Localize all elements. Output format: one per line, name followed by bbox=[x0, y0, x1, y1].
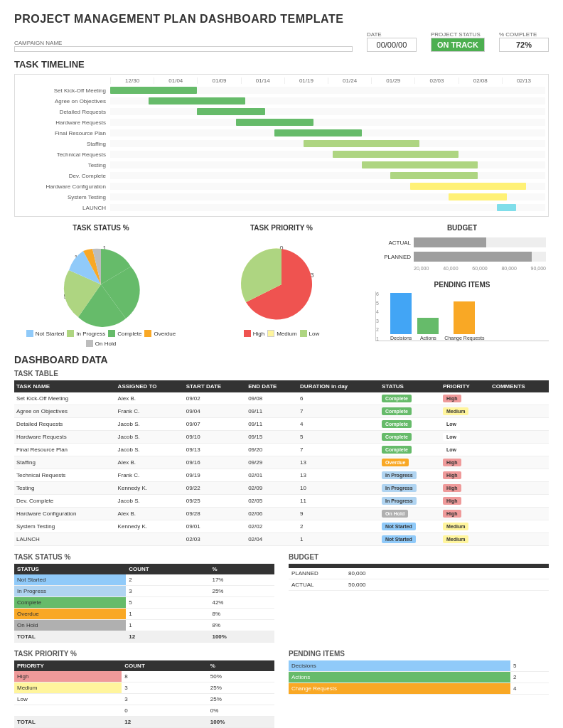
th-status-h: STATUS bbox=[14, 564, 126, 574]
gantt-row: Hardware Requests bbox=[18, 117, 545, 127]
table-row: Hardware ConfigurationAlex B.09/2802/069… bbox=[14, 508, 549, 520]
table-cell: 5 bbox=[298, 431, 380, 444]
gantt-task-label: Staffing bbox=[18, 141, 110, 147]
gantt-task-label: Final Resource Plan bbox=[18, 130, 110, 136]
change-requests-bar bbox=[454, 301, 475, 334]
status-badge: Complete bbox=[382, 433, 412, 441]
th-end-date: END DATE bbox=[246, 380, 298, 392]
priority-badge: High bbox=[443, 510, 461, 518]
gantt-row: Technical Requests bbox=[18, 149, 545, 159]
table-cell: Kennedy K. bbox=[116, 520, 184, 533]
budget-row-value: 80,000 bbox=[345, 568, 549, 579]
gantt-track bbox=[110, 193, 545, 200]
pending-value: 2 bbox=[510, 672, 549, 683]
table-cell: 09/20 bbox=[246, 444, 298, 456]
table-cell: 02/02 bbox=[246, 520, 298, 533]
list-item: ACTUAL50,000 bbox=[289, 579, 549, 591]
gantt-bar bbox=[410, 183, 526, 190]
table-row: StaffingAlex B.09/1609/2913OverdueHigh bbox=[14, 456, 549, 469]
task-status-summary-col: TASK STATUS % STATUS COUNT % Not Started… bbox=[14, 553, 274, 643]
campaign-label: CAMPAIGN NAME bbox=[14, 40, 353, 46]
list-item: Medium325% bbox=[14, 682, 274, 694]
table-cell: Jacob S. bbox=[116, 418, 184, 431]
priority-pct: 25% bbox=[208, 682, 274, 694]
list-item: PLANNED80,000 bbox=[289, 568, 549, 579]
task-status-header: STATUS COUNT % bbox=[14, 564, 274, 574]
gantt-row: Staffing bbox=[18, 139, 545, 149]
table-row: Technical RequestsFrank C.09/1902/0113In… bbox=[14, 469, 549, 482]
th-task-name: TASK NAME bbox=[14, 380, 116, 392]
gantt-track bbox=[110, 151, 545, 158]
budget-row-value: 50,000 bbox=[345, 579, 549, 591]
table-cell bbox=[490, 495, 549, 508]
budget-summary-col: BUDGET PLANNED80,000ACTUAL50,000 bbox=[289, 553, 549, 643]
pending-label: Actions bbox=[289, 672, 510, 683]
table-cell: 02/05 bbox=[246, 495, 298, 508]
decisions-label: Decisions bbox=[390, 336, 412, 341]
gantt-bar bbox=[449, 193, 507, 200]
gantt-header-cell: 02/13 bbox=[502, 77, 545, 84]
bottom-row: TASK STATUS % STATUS COUNT % Not Started… bbox=[14, 553, 549, 643]
gantt-header-cell: 02/08 bbox=[459, 77, 502, 84]
gantt-header-cell: 01/24 bbox=[328, 77, 371, 84]
priority-badge: Low bbox=[443, 420, 460, 428]
status-badge: Complete bbox=[382, 446, 412, 454]
total-pct: 100% bbox=[209, 631, 274, 643]
table-cell: 09/25 bbox=[184, 495, 246, 508]
status-badge: Not Started bbox=[382, 535, 416, 543]
gantt-track bbox=[110, 87, 545, 94]
date-label: DATE bbox=[367, 31, 417, 38]
table-cell: 09/19 bbox=[184, 469, 246, 482]
task-timeline-title: TASK TIMELINE bbox=[14, 59, 549, 70]
gantt-row: Final Resource Plan bbox=[18, 128, 545, 138]
gantt-bar bbox=[149, 97, 245, 105]
priority-count: 0 bbox=[122, 705, 208, 717]
table-row: Dev. CompleteJacob S.09/2502/0511In Prog… bbox=[14, 495, 549, 508]
table-cell: 1 bbox=[298, 533, 380, 546]
table-cell bbox=[490, 520, 549, 533]
table-cell: System Testing bbox=[14, 520, 116, 533]
pending-summary-body: Decisions5Actions2Change Requests4 bbox=[289, 660, 549, 695]
dashboard-section: DASHBOARD DATA TASK TABLE TASK NAME ASSI… bbox=[14, 354, 549, 728]
gantt-bar bbox=[304, 140, 419, 147]
total-count: 12 bbox=[122, 717, 208, 728]
budget-actual-track bbox=[414, 237, 546, 247]
th-duration: DURATION in day bbox=[298, 380, 380, 392]
list-item: 00% bbox=[14, 705, 274, 717]
table-cell: Alex B. bbox=[116, 456, 184, 469]
gantt-track bbox=[110, 140, 545, 147]
total-count: 12 bbox=[126, 631, 209, 643]
priority-badge: Medium bbox=[443, 407, 468, 415]
task-priority-pie-svg: 0 3 3 6 bbox=[225, 235, 338, 327]
status-pct: 42% bbox=[209, 597, 274, 609]
pending-decisions: Decisions bbox=[390, 293, 412, 341]
table-cell: 09/22 bbox=[184, 482, 246, 495]
gantt-row: Set Kick-Off Meeting bbox=[18, 85, 545, 95]
status-badge: Complete bbox=[382, 420, 412, 428]
status-name: Overdue bbox=[14, 609, 126, 620]
project-status-label: PROJECT STATUS bbox=[431, 31, 485, 38]
table-cell: Final Resource Plan bbox=[14, 444, 116, 456]
gantt-header-cell: 01/09 bbox=[197, 77, 240, 84]
priority-badge: Medium bbox=[443, 535, 468, 543]
th-pct-h: % bbox=[209, 564, 274, 574]
bottom-row-2: TASK PRIORITY % PRIORITY COUNT % High850… bbox=[14, 650, 549, 728]
gantt-bar bbox=[390, 172, 477, 179]
status-badge: Complete bbox=[382, 395, 412, 402]
table-cell: 09/11 bbox=[246, 418, 298, 431]
status-pct: 17% bbox=[209, 574, 274, 586]
status-name: Not Started bbox=[14, 574, 126, 586]
budget-actual-row: ACTUAL bbox=[378, 237, 546, 247]
budget-planned-bar bbox=[414, 252, 532, 262]
table-row: TestingKennedy K.09/2202/0910In Progress… bbox=[14, 482, 549, 495]
task-status-pie-wrapper: 1 2 1 5 3 Not Started I bbox=[14, 235, 188, 347]
status-name: In Progress bbox=[14, 586, 126, 597]
table-cell: 02/04 bbox=[246, 533, 298, 546]
status-badge: Not Started bbox=[382, 523, 416, 530]
table-cell bbox=[490, 444, 549, 456]
gantt-track bbox=[110, 129, 545, 136]
pct-complete-label: % COMPLETE bbox=[499, 31, 549, 38]
total-label: TOTAL bbox=[14, 631, 126, 643]
status-badge: In Progress bbox=[382, 471, 417, 479]
gantt-header-cell: 01/19 bbox=[284, 77, 328, 84]
